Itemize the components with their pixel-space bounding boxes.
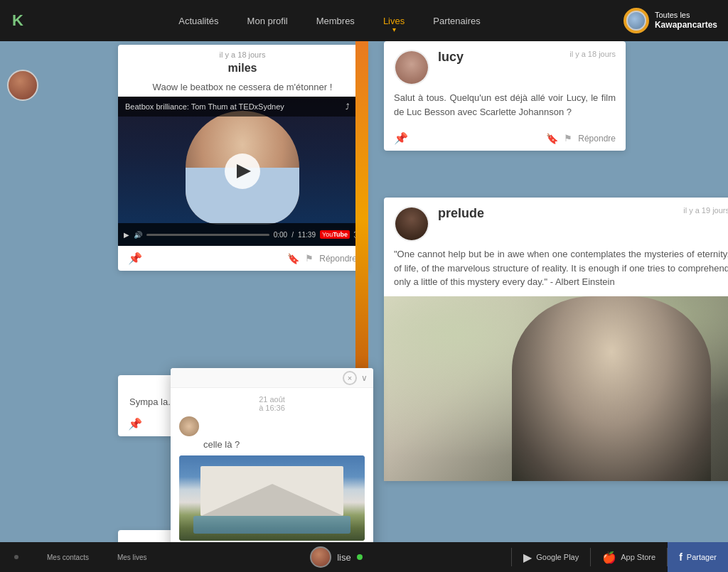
lucy-avatar-img xyxy=(395,51,428,84)
prelude-timestamp: il y a 19 jours xyxy=(683,206,728,215)
nav-monprofil[interactable]: Mon profil xyxy=(247,16,288,26)
toutes-line2: Kawapancartes xyxy=(655,20,717,31)
popup-avatar xyxy=(179,416,199,436)
facebook-icon: f xyxy=(679,551,682,563)
popup-overlay: × ∨ 21 août à 16:36 celle là ? 📷 xyxy=(171,368,373,542)
miles-username: miles xyxy=(118,62,367,77)
popup-close-button[interactable]: × xyxy=(343,371,357,385)
video-time: 0:00 xyxy=(274,231,287,239)
video-sep: / xyxy=(291,231,294,239)
miles-actions: 📌 🔖 ⚑ Répondre xyxy=(118,246,367,271)
prelude-header: il y a 19 jours prelude xyxy=(384,198,728,247)
popup-date: 21 août à 16:36 xyxy=(179,395,365,412)
right-column: il y a 18 jours lucy Salut à tous. Quelq… xyxy=(363,41,728,542)
action-right: 🔖 ⚑ Répondre xyxy=(287,253,357,264)
toutes-avatar xyxy=(623,8,649,33)
footer-user-avatar xyxy=(310,546,331,568)
app-store-icon: 🍎 xyxy=(602,551,616,564)
footer: Mes contacts Mes lives lise ▶ Google Pla… xyxy=(0,542,728,572)
lucy-text: Salut à tous. Quelqu'un est déjà allé vo… xyxy=(384,91,626,126)
toutes-avatar-image xyxy=(626,11,646,31)
share-icon[interactable]: ⤴ xyxy=(346,102,350,112)
footer-google-play[interactable]: ▶ Google Play xyxy=(512,551,590,564)
nav-lives[interactable]: Lives xyxy=(383,16,405,26)
footer-online-dot xyxy=(357,554,363,560)
einstein-image xyxy=(384,296,728,481)
footer-user: lise xyxy=(161,546,512,568)
lucy-action-right: 🔖 ⚑ Répondre xyxy=(546,133,616,144)
nav: Actualités Mon profil Membres Lives Part… xyxy=(36,16,623,26)
card-lucy: il y a 18 jours lucy Salut à tous. Quelq… xyxy=(384,41,626,151)
popup-header: × ∨ xyxy=(171,368,373,388)
miles-text: Waow le beatbox ne cessera de m'étonner … xyxy=(118,77,367,97)
play-control-icon[interactable]: ▶ xyxy=(124,231,129,239)
nav-actualites[interactable]: Actualités xyxy=(178,16,218,26)
popup-house-image xyxy=(179,455,365,541)
header: K Actualités Mon profil Membres Lives Pa… xyxy=(0,0,728,41)
miles-timestamp: il y a 18 jours xyxy=(118,45,367,62)
vote-icon[interactable]: ⚑ xyxy=(305,253,314,264)
toutes-text: Toutes les Kawapancartes xyxy=(655,10,717,31)
footer-app-store[interactable]: 🍎 App Store xyxy=(591,551,667,564)
bookmark-icon[interactable]: 🔖 xyxy=(287,253,299,264)
lucy-repondre-button[interactable]: Répondre xyxy=(578,134,616,144)
prelude-quote: "One cannot help but be in awe when one … xyxy=(384,247,728,296)
popup-chevron-button[interactable]: ∨ xyxy=(361,373,368,383)
nav-partenaires[interactable]: Partenaires xyxy=(433,16,480,26)
prelude-avatar[interactable] xyxy=(394,206,429,242)
video-container[interactable]: Beatbox brilliance: Tom Thum at TEDxSydn… xyxy=(118,97,367,246)
prelude-avatar-img xyxy=(395,207,428,240)
toutes-kawapancartes-button[interactable]: Toutes les Kawapancartes xyxy=(623,8,717,33)
youtube-logo: YouTube xyxy=(320,230,350,239)
play-icon xyxy=(237,164,251,178)
popup-user-row xyxy=(179,416,365,436)
volume-icon[interactable]: 🔊 xyxy=(134,231,142,239)
einstein-face xyxy=(512,296,711,481)
footer-contacts-label: Mes contacts xyxy=(47,554,89,561)
lucy-header: il y a 18 jours lucy xyxy=(384,41,626,91)
app-store-label: App Store xyxy=(621,553,655,561)
prelude-header-info: il y a 19 jours prelude xyxy=(438,206,728,221)
lucy-timestamp: il y a 18 jours xyxy=(569,50,616,58)
footer-username: lise xyxy=(337,552,351,563)
popup-message: celle là ? xyxy=(203,439,365,450)
lucy-header-info: il y a 18 jours lucy xyxy=(438,50,616,65)
play-button[interactable] xyxy=(225,153,260,189)
popup-body: 21 août à 16:36 celle là ? xyxy=(171,388,373,542)
progress-bar[interactable] xyxy=(146,234,269,236)
footer-partager[interactable]: f Partager xyxy=(668,542,728,572)
footer-mes-lives[interactable]: Mes lives xyxy=(103,554,161,561)
footer-dot-item[interactable] xyxy=(0,555,33,559)
lucy-pin-icon[interactable]: 📌 xyxy=(394,131,408,145)
lucy-avatar[interactable] xyxy=(394,50,429,85)
logo: K xyxy=(0,0,36,41)
footer-dot-icon xyxy=(14,555,18,559)
footer-lives-label: Mes lives xyxy=(117,554,147,561)
card-miles: il y a 18 jours miles Waow le beatbox ne… xyxy=(118,45,367,271)
nav-membres[interactable]: Membres xyxy=(316,16,355,26)
user-avatar[interactable] xyxy=(7,70,38,101)
card-prelude: il y a 19 jours prelude "One cannot help… xyxy=(384,198,728,481)
video-duration: 11:39 xyxy=(298,231,316,239)
main-area: il y a 18 jours miles Waow le beatbox ne… xyxy=(0,41,728,542)
video-title: Beatbox brilliance: Tom Thum at TEDxSydn… xyxy=(125,102,346,111)
pin-icon[interactable]: 📌 xyxy=(128,252,142,265)
partager-label: Partager xyxy=(687,553,717,561)
toutes-line1: Toutes les xyxy=(655,10,717,20)
google-play-icon: ▶ xyxy=(523,551,532,564)
lower-pin-icon[interactable]: 📌 xyxy=(128,417,142,431)
footer-mes-contacts[interactable]: Mes contacts xyxy=(33,554,103,561)
video-controls: ▶ 🔊 0:00 / 11:39 YouTube ⛶ xyxy=(118,223,367,246)
lucy-actions: 📌 🔖 ⚑ Répondre xyxy=(384,126,626,151)
repondre-button[interactable]: Répondre xyxy=(319,254,357,264)
google-play-label: Google Play xyxy=(536,553,579,561)
lucy-vote-icon[interactable]: ⚑ xyxy=(564,133,572,144)
video-title-bar: Beatbox brilliance: Tom Thum at TEDxSydn… xyxy=(118,97,367,117)
lucy-bookmark-icon[interactable]: 🔖 xyxy=(546,133,558,144)
